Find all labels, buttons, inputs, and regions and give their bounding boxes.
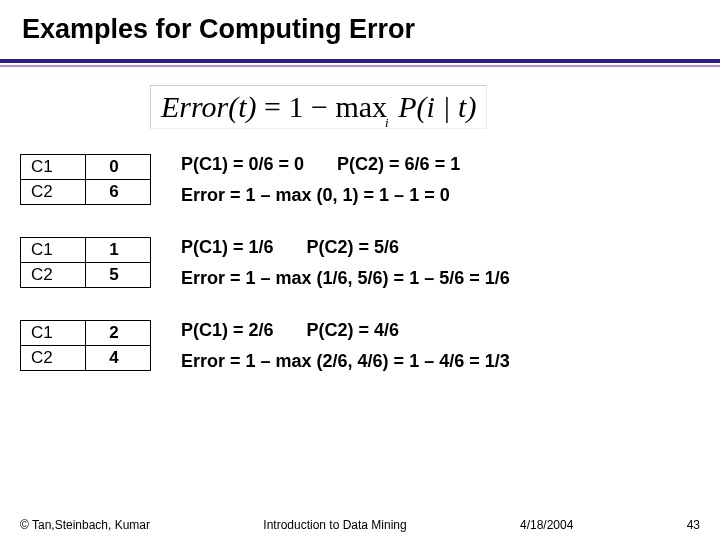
formula-subscript: i (385, 115, 389, 130)
formula-prob: P(i | t) (398, 90, 476, 123)
p-c2: P(C2) = 6/6 = 1 (337, 154, 460, 174)
class-label: C2 (21, 263, 86, 288)
formula-lhs: Error (161, 90, 228, 123)
example-row: C1 0 C2 6 P(C1) = 0/6 = 0 P(C2) = 6/6 = … (20, 149, 700, 210)
class-label: C2 (21, 346, 86, 371)
class-count: 4 (86, 346, 151, 371)
calc-block: P(C1) = 0/6 = 0 P(C2) = 6/6 = 1 Error = … (181, 149, 460, 210)
formula-arg: t (238, 90, 246, 123)
class-label: C1 (21, 238, 86, 263)
example-row: C1 1 C2 5 P(C1) = 1/6 P(C2) = 5/6 Error … (20, 232, 700, 293)
formula-rhs-prefix: = 1 − max (264, 90, 387, 123)
class-count-table: C1 0 C2 6 (20, 154, 151, 205)
error-line: Error = 1 – max (2/6, 4/6) = 1 – 4/6 = 1… (181, 346, 510, 377)
table-row: C1 0 (21, 155, 151, 180)
error-formula: Error(t) = 1 − maxi P(i | t) (150, 85, 487, 129)
table-row: C2 6 (21, 180, 151, 205)
footer-title: Introduction to Data Mining (263, 518, 406, 532)
class-count-table: C1 1 C2 5 (20, 237, 151, 288)
class-count-table: C1 2 C2 4 (20, 320, 151, 371)
formula-close-paren: ) (247, 90, 265, 123)
example-row: C1 2 C2 4 P(C1) = 2/6 P(C2) = 4/6 Error … (20, 315, 700, 376)
p-c2: P(C2) = 4/6 (307, 320, 400, 340)
class-count: 1 (86, 238, 151, 263)
p-c1: P(C1) = 0/6 = 0 (181, 154, 304, 174)
probability-line: P(C1) = 1/6 P(C2) = 5/6 (181, 232, 510, 263)
table-row: C2 4 (21, 346, 151, 371)
class-label: C1 (21, 321, 86, 346)
p-c2: P(C2) = 5/6 (307, 237, 400, 257)
class-count: 6 (86, 180, 151, 205)
class-count: 0 (86, 155, 151, 180)
footer-page-number: 43 (687, 518, 700, 532)
slide-title: Examples for Computing Error (0, 0, 720, 45)
p-c1: P(C1) = 1/6 (181, 237, 274, 257)
calc-block: P(C1) = 2/6 P(C2) = 4/6 Error = 1 – max … (181, 315, 510, 376)
table-row: C1 1 (21, 238, 151, 263)
class-label: C2 (21, 180, 86, 205)
probability-line: P(C1) = 0/6 = 0 P(C2) = 6/6 = 1 (181, 149, 460, 180)
class-count: 2 (86, 321, 151, 346)
footer-copyright: © Tan,Steinbach, Kumar (20, 518, 150, 532)
title-rule-dark (0, 59, 720, 63)
table-row: C2 5 (21, 263, 151, 288)
calc-block: P(C1) = 1/6 P(C2) = 5/6 Error = 1 – max … (181, 232, 510, 293)
probability-line: P(C1) = 2/6 P(C2) = 4/6 (181, 315, 510, 346)
table-row: C1 2 (21, 321, 151, 346)
class-label: C1 (21, 155, 86, 180)
footer-date: 4/18/2004 (520, 518, 573, 532)
error-line: Error = 1 – max (0, 1) = 1 – 1 = 0 (181, 180, 460, 211)
formula-open-paren: ( (228, 90, 238, 123)
slide-body: Error(t) = 1 − maxi P(i | t) C1 0 C2 6 P… (0, 67, 720, 377)
class-count: 5 (86, 263, 151, 288)
slide: Examples for Computing Error Error(t) = … (0, 0, 720, 540)
slide-footer: © Tan,Steinbach, Kumar Introduction to D… (0, 518, 720, 532)
error-line: Error = 1 – max (1/6, 5/6) = 1 – 5/6 = 1… (181, 263, 510, 294)
p-c1: P(C1) = 2/6 (181, 320, 274, 340)
